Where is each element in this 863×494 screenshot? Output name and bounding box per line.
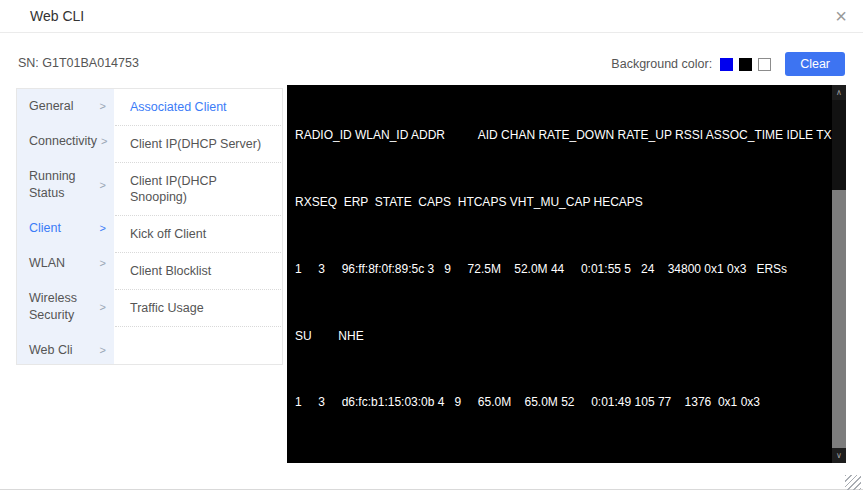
chevron-right-icon: > bbox=[100, 255, 106, 272]
dialog-titlebar: Web CLI × bbox=[0, 0, 863, 33]
submenu-item[interactable]: Kick off Client bbox=[115, 216, 281, 253]
chevron-right-icon: > bbox=[100, 220, 106, 237]
submenu-item[interactable]: Client IP(DHCP Server) bbox=[115, 126, 281, 163]
nav-item-label: Web Cli bbox=[29, 342, 96, 359]
nav-column: General > Connectivity > Running Status … bbox=[17, 89, 114, 364]
nav-item[interactable]: Connectivity > bbox=[17, 124, 114, 159]
chevron-right-icon: > bbox=[100, 98, 106, 115]
nav-item[interactable]: Running Status > bbox=[17, 159, 114, 211]
background-color-group: Background color: Clear bbox=[611, 52, 845, 76]
close-icon[interactable]: × bbox=[835, 3, 847, 29]
terminal-scrollbar[interactable]: ∧ ∨ bbox=[832, 85, 846, 463]
chevron-right-icon: > bbox=[100, 177, 106, 194]
cli-output-line: SU NHE bbox=[295, 328, 824, 345]
nav-item-label: Client bbox=[29, 220, 96, 237]
submenu-item-label: Associated Client bbox=[130, 100, 227, 114]
clear-button[interactable]: Clear bbox=[785, 52, 845, 76]
footer-divider bbox=[0, 489, 863, 490]
cli-output-line: ERSs SU NHE bbox=[295, 461, 824, 463]
nav-item-label: General bbox=[29, 98, 96, 115]
submenu-item[interactable]: Client Blocklist bbox=[115, 253, 281, 290]
cli-output-line: RXSEQ ERP STATE CAPS HTCAPS VHT_MU_CAP H… bbox=[295, 194, 824, 211]
chevron-right-icon: > bbox=[100, 342, 106, 359]
nav-item-label: Running Status bbox=[29, 168, 96, 202]
nav-item-label: Connectivity bbox=[29, 133, 97, 150]
nav-item[interactable]: WLAN > bbox=[17, 246, 114, 281]
nav-item-label: Wireless Security bbox=[29, 290, 96, 324]
submenu-column: Associated Client Client IP(DHCP Server)… bbox=[114, 89, 282, 364]
submenu-item-label: Traffic Usage bbox=[130, 301, 204, 315]
cli-output: RADIO_ID WLAN_ID ADDR AID CHAN RATE_DOWN… bbox=[287, 85, 846, 463]
submenu-item[interactable]: Associated Client bbox=[115, 89, 281, 126]
serial-number-label: SN: G1T01BA014753 bbox=[18, 56, 139, 70]
dialog-title: Web CLI bbox=[30, 8, 84, 24]
nav-item-label: WLAN bbox=[29, 255, 96, 272]
background-color-swatch-blue[interactable] bbox=[720, 58, 733, 71]
background-color-swatch-white[interactable] bbox=[758, 58, 771, 71]
submenu-item-label: Client Blocklist bbox=[130, 264, 211, 278]
submenu-item-label: Client IP(DHCP Server) bbox=[130, 137, 261, 151]
cli-terminal[interactable]: RADIO_ID WLAN_ID ADDR AID CHAN RATE_DOWN… bbox=[287, 85, 846, 463]
submenu-item[interactable]: Traffic Usage bbox=[115, 290, 281, 327]
cli-output-line: 1 3 d6:fc:b1:15:03:0b 4 9 65.0M 65.0M 52… bbox=[295, 394, 824, 411]
chevron-right-icon: > bbox=[101, 133, 107, 150]
nav-item[interactable]: Web Cli > bbox=[17, 333, 114, 368]
background-color-swatch-black[interactable] bbox=[739, 58, 752, 71]
cli-output-line: RADIO_ID WLAN_ID ADDR AID CHAN RATE_DOWN… bbox=[295, 127, 824, 144]
menu-panel: General > Connectivity > Running Status … bbox=[16, 88, 283, 365]
scrollbar-thumb[interactable] bbox=[832, 190, 846, 452]
nav-item[interactable]: Client > bbox=[17, 211, 114, 246]
chevron-right-icon: > bbox=[100, 299, 106, 316]
submenu-item-label: Kick off Client bbox=[130, 227, 206, 241]
nav-item[interactable]: General > bbox=[17, 89, 114, 124]
submenu-item-label: Client IP(DHCP Snooping) bbox=[130, 174, 217, 204]
resize-handle-icon[interactable] bbox=[845, 475, 861, 490]
cli-output-line: 1 3 96:ff:8f:0f:89:5c 3 9 72.5M 52.0M 44… bbox=[295, 261, 824, 278]
scroll-down-icon[interactable]: ∨ bbox=[832, 448, 846, 463]
nav-item[interactable]: Wireless Security > bbox=[17, 281, 114, 333]
background-color-label: Background color: bbox=[611, 57, 712, 71]
submenu-item[interactable]: Client IP(DHCP Snooping) bbox=[115, 163, 281, 216]
scroll-up-icon[interactable]: ∧ bbox=[832, 85, 846, 100]
